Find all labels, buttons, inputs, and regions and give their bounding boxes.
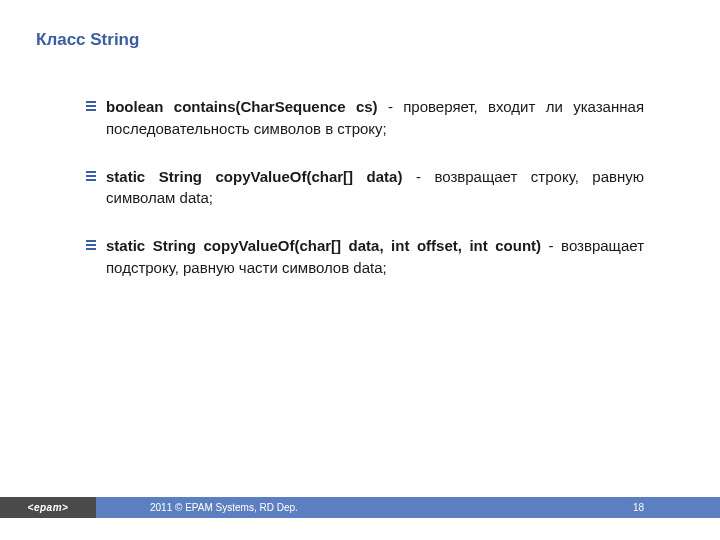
svg-rect-2 <box>86 109 96 111</box>
svg-rect-3 <box>86 171 96 173</box>
list-item: boolean contains(CharSequence cs) - пров… <box>86 96 644 140</box>
bullet-text: static String copyValueOf(char[] data, i… <box>106 235 644 279</box>
bullet-text: boolean contains(CharSequence cs) - пров… <box>106 96 644 140</box>
list-item: static String copyValueOf(char[] data) -… <box>86 166 644 210</box>
content-area: boolean contains(CharSequence cs) - пров… <box>86 96 644 305</box>
list-item: static String copyValueOf(char[] data, i… <box>86 235 644 279</box>
svg-rect-4 <box>86 175 96 177</box>
svg-rect-1 <box>86 105 96 107</box>
bullet-icon <box>86 101 96 111</box>
svg-rect-6 <box>86 240 96 242</box>
bullet-icon <box>86 240 96 250</box>
method-signature: static String copyValueOf(char[] data) <box>106 168 402 185</box>
page-title: Класс String <box>36 30 139 50</box>
method-signature: boolean contains(CharSequence cs) <box>106 98 378 115</box>
svg-rect-5 <box>86 179 96 181</box>
bullet-text: static String copyValueOf(char[] data) -… <box>106 166 644 210</box>
footer-bar: <epam> 2011 © EPAM Systems, RD Dep. 18 <box>0 497 720 518</box>
copyright-text: 2011 © EPAM Systems, RD Dep. <box>150 502 298 513</box>
page-number: 18 <box>633 502 644 513</box>
method-signature: static String copyValueOf(char[] data, i… <box>106 237 541 254</box>
slide: Класс String boolean contains(CharSequen… <box>0 0 720 540</box>
epam-logo: <epam> <box>0 497 96 518</box>
bullet-icon <box>86 171 96 181</box>
footer-inner: <epam> 2011 © EPAM Systems, RD Dep. 18 <box>0 497 720 518</box>
svg-rect-7 <box>86 244 96 246</box>
svg-rect-0 <box>86 101 96 103</box>
svg-rect-8 <box>86 248 96 250</box>
